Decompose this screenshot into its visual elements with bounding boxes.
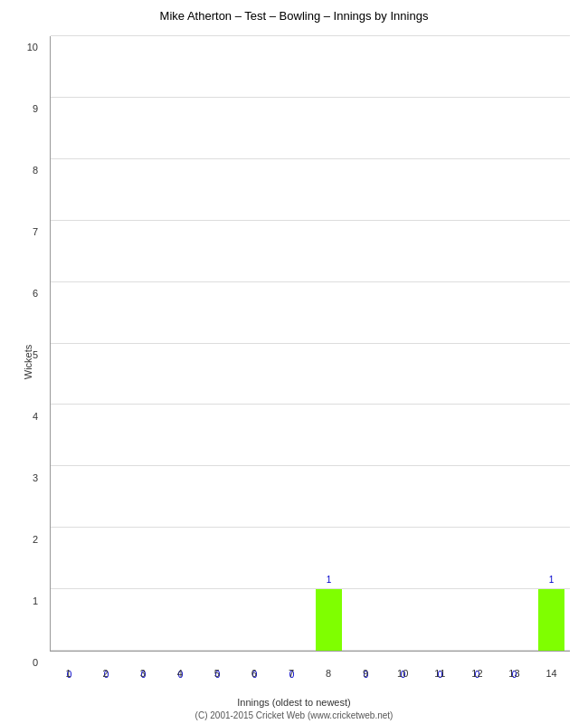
x-axis-label: 6 <box>235 668 272 686</box>
bar-group: 0 <box>88 36 125 651</box>
x-axis-label: 10 <box>384 668 422 686</box>
x-axis-label: 11 <box>422 668 459 686</box>
bars-container: 00000001000001 <box>51 36 570 651</box>
bar-group: 1 <box>533 36 570 651</box>
bar-top-label: 1 <box>549 575 555 585</box>
bar-group: 0 <box>459 36 496 651</box>
bar-group: 0 <box>199 36 236 651</box>
x-axis-label: 4 <box>161 668 198 686</box>
x-axis-label: 13 <box>496 668 533 686</box>
bar-group: 0 <box>162 36 199 651</box>
x-axis-label: 8 <box>310 668 347 686</box>
y-axis-label: 6 <box>33 288 38 299</box>
x-axis-label: 9 <box>347 668 384 686</box>
chart-title: Mike Atherton – Test – Bowling – Innings… <box>0 0 588 27</box>
x-axis-label: 12 <box>459 668 496 686</box>
bar: 1 <box>316 589 342 651</box>
x-axis-title: Innings (oldest to newest) <box>0 697 588 708</box>
y-axis-label: 4 <box>33 411 38 422</box>
y-axis-label: 8 <box>33 165 38 176</box>
y-axis-label: 3 <box>33 472 38 483</box>
bar-group: 1 <box>310 36 347 651</box>
x-axis-labels: 1234567891011121314 <box>50 668 570 686</box>
bar-group: 0 <box>496 36 533 651</box>
x-axis-label: 5 <box>198 668 235 686</box>
x-axis-label: 3 <box>124 668 161 686</box>
chart-area: 00000001000001 <box>50 36 570 652</box>
bar-group: 0 <box>273 36 310 651</box>
bar-group: 0 <box>125 36 162 651</box>
x-axis-label: 2 <box>87 668 124 686</box>
y-axis-label: 9 <box>33 103 38 114</box>
bar-group: 0 <box>384 36 422 651</box>
footer-note: (C) 2001-2015 Cricket Web (www.cricketwe… <box>0 710 588 720</box>
bar-group: 0 <box>347 36 384 651</box>
x-axis-label: 7 <box>272 668 309 686</box>
chart-container: Mike Atherton – Test – Bowling – Innings… <box>0 0 588 724</box>
y-axis-labels: 012345678910 <box>0 36 45 652</box>
y-axis-label: 10 <box>27 42 38 52</box>
bar-top-label: 1 <box>327 575 332 585</box>
y-axis-label: 2 <box>33 534 38 545</box>
y-axis-label: 5 <box>33 349 38 360</box>
x-axis-label: 14 <box>533 668 570 686</box>
bar: 1 <box>538 589 564 651</box>
x-axis-label: 1 <box>50 668 87 686</box>
bar-group: 0 <box>236 36 273 651</box>
y-axis-label: 7 <box>33 226 38 237</box>
bar-group: 0 <box>422 36 459 651</box>
bar-group: 0 <box>51 36 88 651</box>
y-axis-label: 1 <box>33 595 38 606</box>
y-axis-label: 0 <box>33 657 38 668</box>
